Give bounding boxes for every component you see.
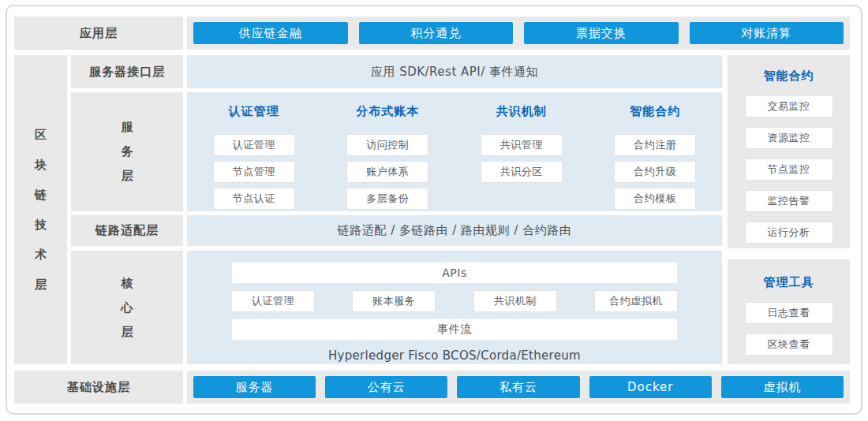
service-item: 节点管理 — [213, 161, 295, 183]
monitor-item: 资源监控 — [745, 127, 833, 149]
app-item: 票据交换 — [524, 22, 679, 44]
service-column-header: 认证管理 — [229, 104, 279, 119]
app-layer-label: 应用层 — [14, 17, 183, 50]
tech-layer-strip: 区块链技术层 — [14, 55, 67, 364]
service-layer-panel: 认证管理 认证管理 节点管理 节点认证 分布式账本 访问控制 账户体系 多层备份… — [187, 92, 722, 211]
service-item: 访问控制 — [346, 134, 428, 156]
monitor-item: 运行分析 — [745, 222, 833, 244]
service-column-header: 分布式账本 — [356, 104, 419, 119]
interface-layer-label: 服务器接口层 — [71, 55, 183, 88]
infra-layer-label: 基础设施层 — [14, 371, 183, 404]
core-modules-row: 认证管理 账本服务 共识机制 合约虚拟机 — [231, 290, 678, 312]
service-column: 认证管理 认证管理 节点管理 节点认证 — [187, 104, 321, 211]
app-item: 对账清算 — [690, 22, 844, 44]
core-layer-panel: APIs 认证管理 账本服务 共识机制 合约虚拟机 事件流 Hyperledge… — [187, 251, 722, 364]
core-layer-label: 核心层 — [121, 271, 133, 345]
service-column: 分布式账本 访问控制 账户体系 多层备份 — [321, 104, 455, 211]
infra-item: 公有云 — [325, 376, 447, 398]
infra-item: 私有云 — [457, 376, 579, 398]
service-column: 智能合约 合约注册 合约升级 合约模板 — [589, 104, 723, 211]
tools-panel-header: 管理工具 — [764, 275, 814, 290]
core-layer-label-box: 核心层 — [71, 251, 183, 364]
service-column-header: 智能合约 — [630, 104, 680, 119]
service-item: 合约注册 — [614, 134, 696, 156]
service-column: 共识机制 共识管理 共识分区 — [455, 104, 589, 211]
service-column-header: 共识机制 — [496, 104, 547, 119]
service-item: 账户体系 — [346, 161, 428, 183]
event-stream-bar: 事件流 — [231, 319, 678, 341]
tech-layer-label: 区块链技术层 — [35, 120, 47, 300]
app-item: 供应链金融 — [193, 22, 348, 44]
link-layer-label: 链路适配层 — [71, 215, 183, 246]
infra-item: 虚拟机 — [721, 376, 844, 398]
interface-layer-content: 应用 SDK/Rest API/ 事件通知 — [187, 55, 722, 88]
service-layer-label: 服务层 — [121, 115, 133, 188]
core-module: 认证管理 — [231, 290, 315, 312]
app-item: 积分通兑 — [359, 22, 514, 44]
app-layer-strip: 供应链金融 积分通兑 票据交换 对账清算 — [187, 17, 850, 50]
apis-bar: APIs — [231, 262, 678, 284]
monitor-item: 监控告警 — [745, 190, 833, 212]
platforms-text: Hyperledger Fisco BCOS/Corda/Ethereum — [231, 348, 678, 363]
service-item: 认证管理 — [213, 134, 295, 156]
monitor-panel: 智能合约 交易监控 资源监控 节点监控 监控告警 运行分析 — [728, 55, 850, 248]
service-item: 合约模板 — [614, 188, 696, 210]
infra-layer-strip: 服务器 公有云 私有云 Docker 虚拟机 — [187, 371, 850, 404]
tools-panel: 管理工具 日志查看 区块查看 — [728, 259, 850, 364]
monitor-item: 节点监控 — [745, 158, 833, 181]
link-layer-content: 链路适配 / 多链路由 / 路由规则 / 合约路由 — [187, 215, 722, 246]
monitor-item: 交易监控 — [745, 95, 833, 117]
service-item: 多层备份 — [346, 188, 428, 210]
core-module: 账本服务 — [352, 290, 436, 312]
service-item: 共识管理 — [481, 134, 563, 156]
service-item: 节点认证 — [213, 188, 295, 210]
tool-item: 区块查看 — [745, 333, 833, 356]
tool-item: 日志查看 — [745, 302, 833, 324]
infra-item: Docker — [589, 376, 712, 398]
monitor-panel-header: 智能合约 — [764, 69, 814, 84]
service-layer-label-box: 服务层 — [71, 92, 183, 211]
infra-item: 服务器 — [193, 376, 316, 398]
service-item: 合约升级 — [614, 161, 696, 183]
core-module: 共识机制 — [473, 290, 557, 312]
service-item: 共识分区 — [481, 161, 563, 183]
core-module: 合约虚拟机 — [594, 290, 678, 312]
